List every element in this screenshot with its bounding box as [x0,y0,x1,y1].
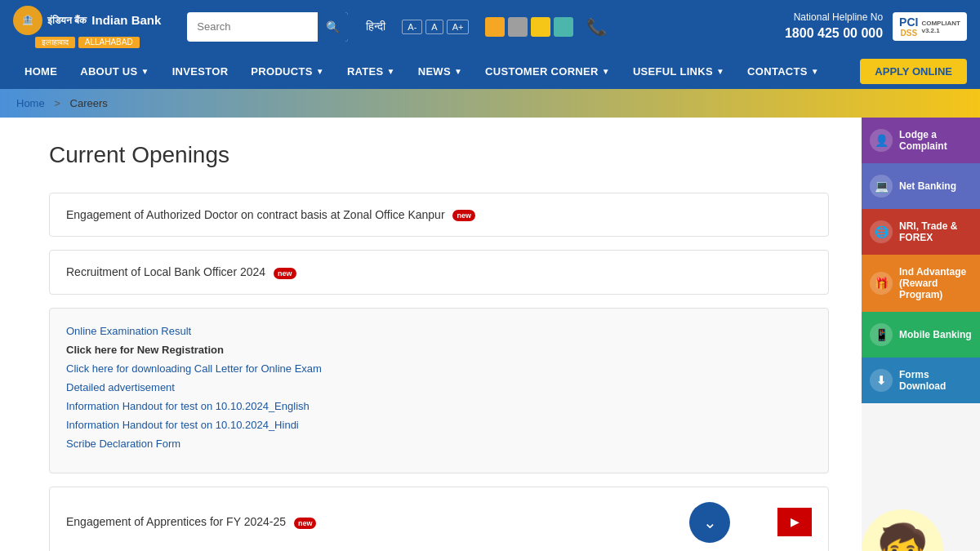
complaint-icon: 👤 [870,129,893,152]
nav-news[interactable]: NEWS ▼ [407,53,474,89]
color-theme-controls [485,17,573,37]
exam-result-link[interactable]: Online Examination Result [66,325,812,337]
nav-customer-corner[interactable]: CUSTOMER CORNER ▼ [474,53,621,89]
job-card-1[interactable]: Engagement of Authorized Doctor on contr… [49,193,829,237]
branch-hindi: इलाहाबाद [35,37,75,48]
sidebar-nri-trade[interactable]: 🌐 NRI, Trade & FOREX [862,209,980,255]
nav-contacts[interactable]: CONTACTS ▼ [736,53,831,89]
hindi-toggle[interactable]: हिन्दी [366,20,385,33]
helpline-number: 1800 425 00 000 [785,24,883,42]
nav-rates[interactable]: RATES ▼ [336,53,407,89]
bank-name-hindi: इंडियन बैंक [47,15,87,26]
netbanking-label: Net Banking [899,180,956,192]
news-dropdown-arrow: ▼ [454,67,462,76]
nav-home[interactable]: HOME [13,53,69,89]
nri-label: NRI, Trade & FOREX [899,220,972,243]
color-orange-button[interactable] [485,17,505,37]
exam-details-card: Online Examination Result Click here for… [49,308,829,473]
content-wrapper: Current Openings Engagement of Authorize… [0,118,980,551]
phone-icon: 📞 [586,17,607,37]
color-yellow-button[interactable] [531,17,550,37]
top-bar: 🏦 इंडियन बैंक Indian Bank इलाहाबाद ALLAH… [0,0,980,53]
sidebar-mobile-banking[interactable]: 📱 Mobile Banking [862,312,980,358]
rates-dropdown-arrow: ▼ [387,67,395,76]
font-decrease-button[interactable]: A- [402,20,422,34]
breadcrumb-separator: > [54,97,60,109]
sidebar-net-banking[interactable]: 💻 Net Banking [862,163,980,209]
mobile-banking-label: Mobile Banking [899,329,972,340]
red-action-button[interactable]: ▶ [777,508,812,536]
helpline-info: National Helpline No 1800 425 00 000 [785,11,883,42]
helpline-label: National Helpline No [785,11,883,24]
sidebar-forms-download[interactable]: ⬇ Forms Download [862,358,980,403]
forms-download-label: Forms Download [899,369,972,392]
nav-investor[interactable]: INVESTOR [161,53,240,89]
color-grey-button[interactable] [508,17,528,37]
customer-dropdown-arrow: ▼ [602,67,610,76]
nav-useful-links[interactable]: USEFUL LINKS ▼ [621,53,736,89]
logo-area: 🏦 इंडियन बैंक Indian Bank इलाहाबाद ALLAH… [13,6,161,48]
sidebar-ind-advantage[interactable]: 🎁 Ind Advantage (Reward Program) [862,255,980,312]
dss-label: DSS [900,29,917,38]
search-bar[interactable]: 🔍 [187,12,348,42]
bank-name: Indian Bank [91,13,161,27]
new-registration-text: Click here for New Registration [66,344,812,356]
font-size-controls: A- A A+ [402,20,469,34]
main-content: Current Openings Engagement of Authorize… [0,118,862,551]
forms-download-icon: ⬇ [870,369,893,392]
branch-english: ALLAHABAD [78,37,140,48]
compliant-label: COMPLIANT [921,20,960,27]
right-sidebar: 👤 Lodge a Complaint 💻 Net Banking 🌐 NRI,… [862,118,980,551]
mobile-banking-icon: 📱 [870,323,893,346]
font-increase-button[interactable]: A+ [447,20,470,34]
adya-bot-container: 🧒 Ask ADYA [862,493,980,551]
sidebar-lodge-complaint[interactable]: 👤 Lodge a Complaint [862,118,980,163]
version-label: v3.2.1 [921,27,960,34]
job-title-2: Recruitment of Local Bank Officer 2024 [66,265,265,278]
about-dropdown-arrow: ▼ [141,67,149,76]
pci-label: PCI [899,16,918,29]
handout-english-link[interactable]: Information Handout for test on 10.10.20… [66,400,812,412]
scribe-form-link[interactable]: Scribe Declaration Form [66,438,812,450]
ind-advantage-label: Ind Advantage (Reward Program) [899,266,972,300]
pci-dss-badge: PCI DSS COMPLIANT v3.2.1 [893,12,967,41]
bank-logo-icon: 🏦 [13,6,42,35]
new-badge-2: new [274,268,296,279]
handout-hindi-link[interactable]: Information Handout for test on 10.10.20… [66,419,812,431]
apprentice-title: Engagement of Apprentices for FY 2024-25 [66,515,286,528]
breadcrumb-bar: Home > Careers [0,89,980,118]
job-title-1: Engagement of Authorized Doctor on contr… [66,208,445,221]
breadcrumb: Home > Careers [16,97,108,109]
nri-icon: 🌐 [870,220,893,243]
useful-dropdown-arrow: ▼ [716,67,724,76]
apprentice-badge: new [294,518,317,529]
breadcrumb-home[interactable]: Home [16,97,45,109]
main-navigation: HOME ABOUT US ▼ INVESTOR PRODUCTS ▼ RATE… [0,53,980,89]
font-normal-button[interactable]: A [425,20,443,34]
products-dropdown-arrow: ▼ [316,67,324,76]
branch-labels: इलाहाबाद ALLAHABAD [35,37,140,48]
detailed-advert-link[interactable]: Detailed advertisement [66,381,812,393]
job-card-2[interactable]: Recruitment of Local Bank Officer 2024 n… [49,250,829,294]
new-badge-1: new [452,210,475,221]
complaint-label: Lodge a Complaint [899,129,972,152]
apply-online-button[interactable]: APPLY ONLINE [860,59,967,84]
adya-bot[interactable]: 🧒 Ask ADYA [862,509,943,551]
logo-top: 🏦 इंडियन बैंक Indian Bank [13,6,161,35]
nav-products[interactable]: PRODUCTS ▼ [239,53,336,89]
contacts-dropdown-arrow: ▼ [811,67,819,76]
color-teal-button[interactable] [554,17,573,37]
adya-figure: 🧒 [877,525,928,551]
ind-advantage-icon: 🎁 [870,272,893,295]
chevron-down-icon: ⌄ [703,513,717,532]
nav-about-us[interactable]: ABOUT US ▼ [69,53,161,89]
netbanking-icon: 💻 [870,175,893,198]
search-button[interactable]: 🔍 [318,12,348,42]
call-letter-link[interactable]: Click here for downloading Call Letter f… [66,362,812,375]
apprentice-card: Engagement of Apprentices for FY 2024-25… [49,487,829,551]
scroll-down-button[interactable]: ⌄ [689,502,730,543]
breadcrumb-current: Careers [70,97,108,109]
search-input[interactable] [187,20,318,33]
page-title: Current Openings [49,142,829,168]
